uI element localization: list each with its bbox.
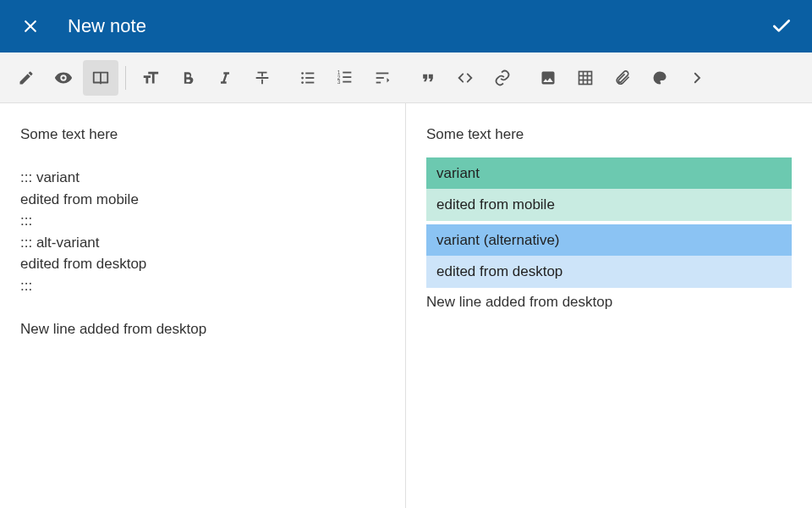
palette-button[interactable] — [642, 60, 678, 96]
table-button[interactable] — [568, 60, 603, 96]
variant-block: variantedited from mobile — [426, 157, 792, 221]
pencil-icon — [18, 69, 35, 86]
svg-rect-16 — [376, 81, 381, 83]
svg-rect-5 — [305, 72, 314, 74]
palette-icon — [651, 69, 668, 86]
strike-icon — [253, 69, 272, 87]
quote-button[interactable] — [410, 60, 446, 96]
indent-button[interactable] — [365, 60, 400, 96]
preview-mode-button[interactable] — [46, 60, 81, 96]
link-button[interactable] — [485, 60, 520, 96]
code-button[interactable] — [447, 60, 483, 96]
preview-tail-text: New line added from desktop — [426, 291, 792, 313]
sort-icon — [373, 69, 392, 87]
confirm-button[interactable] — [765, 9, 798, 43]
svg-rect-6 — [305, 77, 314, 79]
edit-mode-button[interactable] — [8, 60, 44, 96]
editor-pane[interactable]: Some text here ::: variant edited from m… — [0, 103, 406, 508]
variant-block: variant (alternative)edited from desktop — [426, 224, 792, 288]
toolbar: 123 — [0, 52, 812, 103]
svg-rect-17 — [579, 71, 592, 84]
svg-rect-15 — [376, 77, 384, 79]
bullet-list-button[interactable] — [290, 60, 326, 96]
variant-header: variant (alternative) — [426, 224, 792, 257]
preview-intro-text: Some text here — [426, 124, 792, 146]
variant-body: edited from mobile — [426, 189, 792, 221]
editor-split: Some text here ::: variant edited from m… — [0, 103, 812, 508]
italic-button[interactable] — [207, 60, 243, 96]
code-icon — [456, 69, 475, 87]
eye-icon — [54, 69, 73, 87]
variant-body: edited from desktop — [426, 256, 792, 288]
svg-text:3: 3 — [337, 79, 341, 85]
quote-icon — [420, 69, 436, 86]
attach-icon — [614, 69, 631, 86]
book-icon — [91, 69, 110, 87]
toolbar-more-button[interactable] — [679, 60, 715, 96]
svg-rect-13 — [343, 80, 351, 82]
chevron-right-icon — [689, 70, 705, 86]
variant-header: variant — [426, 157, 792, 190]
close-icon — [22, 18, 39, 35]
svg-point-3 — [301, 76, 304, 79]
bold-button[interactable] — [170, 60, 206, 96]
bold-icon — [179, 69, 196, 86]
svg-point-2 — [301, 72, 304, 75]
image-icon — [540, 69, 557, 86]
close-button[interactable] — [14, 9, 47, 43]
attach-button[interactable] — [605, 60, 640, 96]
svg-rect-7 — [305, 81, 314, 83]
text-size-button[interactable] — [133, 60, 168, 96]
text-size-icon — [141, 69, 160, 87]
split-mode-button[interactable] — [83, 60, 118, 96]
bullet-list-icon — [299, 69, 317, 87]
titlebar: New note — [0, 0, 812, 52]
number-list-button[interactable]: 123 — [327, 60, 363, 96]
table-icon — [577, 69, 594, 86]
svg-point-4 — [301, 81, 304, 84]
toolbar-separator — [125, 66, 126, 90]
preview-pane: Some text here variantedited from mobile… — [406, 103, 812, 508]
link-icon — [493, 69, 512, 87]
number-list-icon: 123 — [336, 69, 354, 87]
svg-rect-14 — [376, 72, 389, 74]
strike-button[interactable] — [244, 60, 280, 96]
page-title: New note — [68, 15, 765, 37]
check-icon — [771, 15, 793, 37]
italic-icon — [217, 69, 233, 86]
svg-rect-12 — [343, 76, 351, 78]
svg-rect-11 — [343, 71, 351, 73]
image-button[interactable] — [530, 60, 566, 96]
